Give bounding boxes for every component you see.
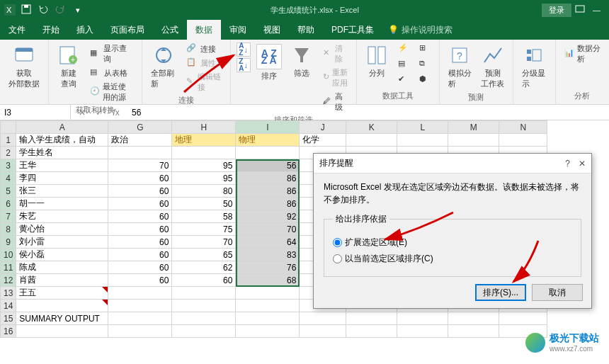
relationships-button[interactable]: ⧉ — [416, 58, 433, 71]
cell-H13[interactable] — [172, 287, 236, 300]
recent-sources-button[interactable]: 🕘最近使用的源 — [87, 81, 136, 103]
cell-H12[interactable]: 60 — [172, 274, 236, 287]
help-icon[interactable]: ? — [565, 159, 570, 169]
cell-H15[interactable] — [172, 312, 236, 325]
login-button[interactable]: 登录 — [542, 4, 571, 17]
cell-G15[interactable] — [108, 312, 172, 325]
col-header-H[interactable]: H — [172, 121, 236, 134]
row-header-3[interactable]: 3 — [1, 159, 16, 172]
forecast-sheet-button[interactable]: 预测 工作表 — [479, 42, 507, 91]
cell-M15[interactable] — [448, 312, 499, 325]
undo-icon[interactable] — [38, 4, 50, 16]
cell-H10[interactable]: 65 — [172, 249, 236, 261]
cell-H1[interactable]: 地理 — [172, 134, 236, 147]
whatif-button[interactable]: ? 模拟分析 — [445, 42, 474, 91]
cell-I10[interactable]: 83 — [236, 249, 300, 261]
cell-G5[interactable]: 60 — [108, 185, 172, 198]
cell-L1[interactable] — [397, 134, 448, 147]
fx-icon[interactable]: fx — [109, 108, 123, 118]
tab-file[interactable]: 文件 — [0, 20, 34, 40]
cell-K16[interactable] — [346, 325, 397, 338]
cell-G1[interactable]: 政治 — [108, 134, 172, 147]
cell-A4[interactable]: 李四 — [16, 172, 108, 185]
name-box[interactable]: I3 — [0, 105, 71, 120]
cell-A15[interactable]: SUMMARY OUTPUT — [16, 312, 108, 325]
cell-A11[interactable]: 陈成 — [16, 261, 108, 274]
from-table-button[interactable]: ▤从表格 — [87, 67, 136, 79]
cell-M16[interactable] — [448, 325, 499, 338]
cell-A13[interactable]: 王五 — [16, 287, 108, 300]
tab-view[interactable]: 视图 — [255, 20, 289, 40]
cell-H7[interactable]: 58 — [172, 210, 236, 223]
cell-A1[interactable]: 输入学生成绩，自动 — [16, 134, 108, 147]
cell-G8[interactable]: 60 — [108, 223, 172, 236]
cell-L15[interactable] — [397, 312, 448, 325]
cell-I8[interactable]: 70 — [236, 223, 300, 236]
row-header-5[interactable]: 5 — [1, 185, 16, 198]
filter-button[interactable]: 筛选 — [288, 42, 316, 80]
row-header-9[interactable]: 9 — [1, 236, 16, 249]
row-header-7[interactable]: 7 — [1, 210, 16, 223]
close-icon[interactable]: ✕ — [579, 159, 586, 169]
cell-G4[interactable]: 60 — [108, 172, 172, 185]
cell-I12[interactable]: 68 — [236, 274, 300, 287]
row-header-2[interactable]: 2 — [1, 147, 16, 159]
outline-button[interactable]: 分级显示 — [519, 42, 550, 91]
radio-current-input[interactable] — [333, 254, 342, 263]
col-header-M[interactable]: M — [448, 121, 499, 134]
row-header-15[interactable]: 15 — [1, 312, 16, 325]
radio-expand-input[interactable] — [333, 238, 342, 247]
ribbon-display-icon[interactable] — [574, 4, 586, 16]
col-header-I[interactable]: I — [236, 121, 300, 134]
remove-duplicates-button[interactable]: ▤ — [395, 58, 412, 71]
tab-formulas[interactable]: 公式 — [153, 20, 187, 40]
cell-K15[interactable] — [346, 312, 397, 325]
tell-me[interactable]: 💡 操作说明搜索 — [388, 24, 453, 36]
cell-N15[interactable] — [499, 312, 547, 325]
data-validation-button[interactable]: ✔ — [395, 74, 412, 86]
tab-review[interactable]: 审阅 — [221, 20, 255, 40]
cell-I3[interactable]: 56 — [236, 159, 300, 172]
row-header-11[interactable]: 11 — [1, 261, 16, 274]
cell-A3[interactable]: 王华 — [16, 159, 108, 172]
cell-I13[interactable] — [236, 287, 300, 300]
data-analysis-button[interactable]: 📊数据分析 — [562, 42, 603, 65]
tab-data[interactable]: 数据 — [187, 20, 221, 40]
cell-H2[interactable] — [172, 147, 236, 159]
sort-asc-button[interactable]: AZ↓ — [237, 42, 251, 57]
row-header-10[interactable]: 10 — [1, 249, 16, 261]
cell-I7[interactable]: 92 — [236, 210, 300, 223]
row-header-8[interactable]: 8 — [1, 223, 16, 236]
row-header-14[interactable]: 14 — [1, 300, 16, 312]
cell-H8[interactable]: 75 — [172, 223, 236, 236]
cell-A5[interactable]: 张三 — [16, 185, 108, 198]
row-header-16[interactable]: 16 — [1, 325, 16, 338]
sort-dialog-button[interactable]: A ZZ A 排序 — [255, 42, 283, 83]
cell-H16[interactable] — [172, 325, 236, 338]
cell-G11[interactable]: 60 — [108, 261, 172, 274]
cell-H9[interactable]: 70 — [172, 236, 236, 249]
cell-J1[interactable]: 化学 — [300, 134, 346, 147]
cell-G13[interactable] — [108, 287, 172, 300]
select-all-corner[interactable] — [1, 121, 16, 134]
tab-insert[interactable]: 插入 — [68, 20, 102, 40]
cell-G3[interactable]: 70 — [108, 159, 172, 172]
consolidate-button[interactable]: ⊞ — [416, 42, 433, 55]
qat-customize-icon[interactable]: ▾ — [72, 4, 84, 16]
cell-H11[interactable]: 62 — [172, 261, 236, 274]
cell-J16[interactable] — [300, 325, 346, 338]
cell-H5[interactable]: 80 — [172, 185, 236, 198]
cell-A16[interactable] — [16, 325, 108, 338]
refresh-all-button[interactable]: 全部刷新 — [148, 42, 178, 91]
new-query-button[interactable]: + 新建 查询 — [55, 42, 83, 91]
cell-H14[interactable] — [172, 300, 236, 312]
tab-home[interactable]: 开始 — [34, 20, 68, 40]
cell-I2[interactable] — [236, 147, 300, 159]
cell-A9[interactable]: 刘小雷 — [16, 236, 108, 249]
cell-I15[interactable] — [236, 312, 300, 325]
col-header-N[interactable]: N — [499, 121, 547, 134]
flash-fill-button[interactable]: ⚡ — [395, 42, 412, 55]
cell-H4[interactable]: 95 — [172, 172, 236, 185]
col-header-L[interactable]: L — [397, 121, 448, 134]
tab-help[interactable]: 帮助 — [289, 20, 323, 40]
